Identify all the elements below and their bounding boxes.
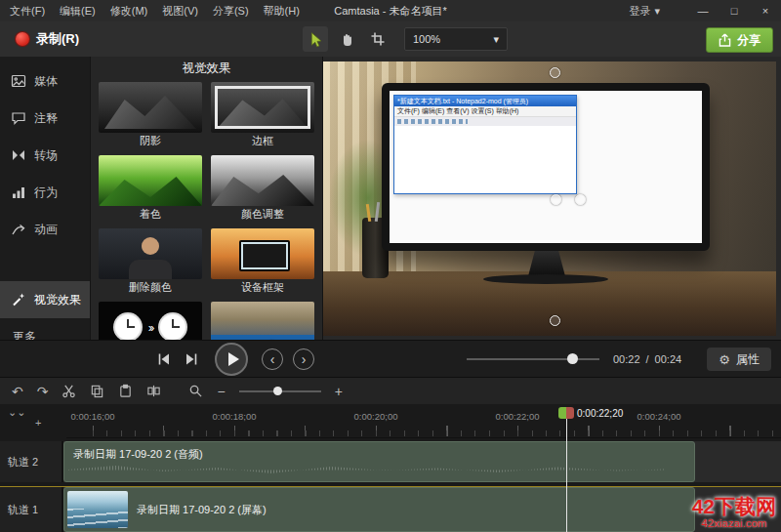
scrubber-handle[interactable]	[567, 353, 578, 364]
record-button[interactable]: 录制(R)	[8, 27, 87, 51]
canvas-handle-center-left[interactable]	[551, 194, 561, 205]
effect-device-frame[interactable]: 设备框架	[211, 228, 314, 296]
effect-label: 删除颜色	[99, 279, 202, 296]
effect-clip-speed[interactable]: ››	[99, 302, 202, 340]
monitor-base	[483, 274, 608, 284]
zoom-out-button[interactable]: −	[217, 384, 225, 399]
animation-icon	[11, 222, 26, 237]
track-header-1[interactable]: 轨道 1	[0, 487, 63, 532]
canvas-handle-top[interactable]	[550, 67, 560, 78]
close-button[interactable]: ×	[750, 0, 781, 21]
sidebar-item-annotations[interactable]: 注释	[0, 100, 90, 137]
crop-tool-button[interactable]	[365, 26, 390, 52]
notepad-title-bar: *新建文本文档.txt - Notepad2-mod (管理员)	[394, 96, 576, 106]
menu-share[interactable]: 分享(S)	[213, 4, 249, 19]
jump-forward-button[interactable]: ›	[293, 348, 314, 370]
track-header-2[interactable]: 轨道 2	[0, 441, 63, 482]
clock-icon	[115, 314, 141, 340]
timeline-corner: ⌄⌄ +	[0, 404, 66, 437]
cursor-tool-button[interactable]	[303, 26, 328, 52]
timeline-toolbar: ↶ ↷ − +	[0, 377, 781, 404]
title-bar: 文件(F) 编辑(E) 修改(M) 视图(V) 分享(S) 帮助(H) Camt…	[0, 0, 781, 21]
screen-clip[interactable]: 录制日期 17-09-20 2 (屏幕)	[63, 487, 695, 532]
chevron-down-icon: ▾	[493, 33, 499, 46]
split-button[interactable]	[146, 384, 161, 398]
magic-wand-icon	[11, 292, 26, 307]
effect-thumbnail	[211, 155, 314, 206]
tracks-area: 轨道 2 录制日期 17-09-20 2 (音频) 轨道 1 录制日期 17-	[0, 437, 781, 532]
playhead-time: 0:00:22;20	[577, 408, 623, 419]
effect-shadow[interactable]: 阴影	[99, 82, 202, 149]
monitor-screen: *新建文本文档.txt - Notepad2-mod (管理员) 文件(F) 编…	[390, 91, 702, 243]
effect-label: 着色	[99, 206, 202, 223]
timeline-zoom-slider[interactable]	[239, 390, 321, 392]
timeline-ruler[interactable]: 0:00:16;00 0:00:18;00 0:00:20;00 0:00:22…	[66, 404, 781, 438]
ruler-label: 0:00:24;00	[637, 411, 681, 422]
share-button[interactable]: 分享	[706, 27, 773, 53]
redo-button[interactable]: ↷	[37, 384, 49, 399]
properties-button[interactable]: ⚙ 属性	[707, 348, 771, 371]
ruler-label: 0:00:22;00	[496, 411, 540, 422]
playback-scrubber[interactable]	[467, 358, 599, 360]
sidebar-item-animations[interactable]: 动画	[0, 211, 90, 248]
cut-button[interactable]	[62, 384, 76, 398]
zoom-level-dropdown[interactable]: 100% ▾	[404, 27, 508, 51]
minimize-icon: —	[698, 5, 709, 17]
undo-button[interactable]: ↶	[12, 384, 23, 399]
menu-view[interactable]: 视图(V)	[162, 4, 198, 19]
effect-thumbnail	[211, 228, 314, 279]
menu-help[interactable]: 帮助(H)	[264, 4, 300, 19]
chevron-right-icon: ›	[302, 351, 307, 367]
play-icon	[228, 352, 239, 366]
canvas-handle-center-right[interactable]	[575, 194, 586, 205]
mouse-cursor-icon: ➤	[269, 337, 279, 340]
jump-back-button[interactable]: ‹	[262, 348, 283, 370]
canvas-handle-bottom[interactable]	[550, 315, 560, 326]
playback-bar: ‹ › 00:22 / 00:24 ⚙ 属性	[0, 340, 781, 378]
add-track-button[interactable]: +	[35, 417, 41, 429]
effect-label: 边框	[211, 133, 314, 149]
zoom-slider-handle[interactable]	[273, 387, 282, 395]
current-time: 00:22	[613, 353, 640, 365]
effect-watermark[interactable]: TechSmith.com ➤	[211, 302, 314, 340]
preview-area: *新建文本文档.txt - Notepad2-mod (管理员) 文件(F) 编…	[323, 57, 781, 340]
sidebar-item-label: 注释	[34, 110, 58, 127]
monitor: *新建文本文档.txt - Notepad2-mod (管理员) 文件(F) 编…	[382, 83, 710, 251]
video-canvas[interactable]: *新建文本文档.txt - Notepad2-mod (管理员) 文件(F) 编…	[323, 61, 776, 336]
audio-waveform	[68, 465, 665, 474]
site-watermark-line2: 42xiazai.com	[692, 517, 776, 530]
login-button[interactable]: 登录 ▾	[629, 4, 660, 19]
step-forward-button[interactable]	[182, 350, 201, 368]
sidebar-item-visual-effects[interactable]: 视觉效果	[0, 281, 90, 318]
sidebar-item-transitions[interactable]: 转场	[0, 137, 90, 174]
hand-icon	[339, 31, 354, 47]
audio-clip[interactable]: 录制日期 17-09-20 2 (音频)	[63, 441, 695, 482]
step-back-button[interactable]	[154, 350, 174, 368]
sidebar-item-behaviors[interactable]: 行为	[0, 174, 90, 211]
paste-button[interactable]	[118, 384, 133, 398]
effect-thumbnail	[99, 228, 202, 279]
effect-colorize[interactable]: 着色	[99, 155, 202, 223]
sidebar-item-media[interactable]: 媒体	[0, 62, 90, 100]
play-button[interactable]	[215, 343, 248, 376]
sidebar-item-label: 动画	[34, 222, 58, 238]
pan-tool-button[interactable]	[334, 26, 359, 52]
minimize-button[interactable]: —	[687, 0, 719, 21]
menu-file[interactable]: 文件(F)	[10, 4, 45, 19]
record-icon	[16, 32, 29, 46]
effect-color-adjustment[interactable]: 颜色调整	[211, 155, 314, 223]
playhead-out-handle[interactable]	[566, 407, 574, 419]
zoom-in-button[interactable]: +	[335, 384, 343, 399]
playhead-in-handle[interactable]	[558, 407, 566, 419]
total-time: 00:24	[655, 353, 682, 365]
effect-remove-color[interactable]: 删除颜色	[99, 228, 202, 296]
callout-icon	[11, 110, 26, 126]
chevron-down-icon: ▾	[654, 5, 660, 18]
menu-modify[interactable]: 修改(M)	[110, 4, 148, 19]
menu-edit[interactable]: 编辑(E)	[60, 4, 96, 19]
effect-border[interactable]: 边框	[211, 82, 314, 149]
maximize-button[interactable]: □	[719, 0, 750, 21]
playhead-line	[566, 419, 567, 532]
collapse-tracks-icon[interactable]: ⌄⌄	[8, 406, 25, 419]
copy-button[interactable]	[90, 384, 104, 398]
